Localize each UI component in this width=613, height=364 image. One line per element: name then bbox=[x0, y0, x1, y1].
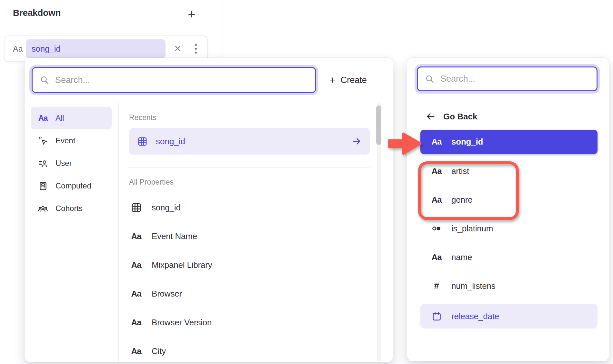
add-breakdown-button[interactable]: + bbox=[183, 6, 200, 23]
property-row-browser[interactable]: Aa Browser bbox=[129, 279, 370, 308]
category-content-divider bbox=[118, 103, 119, 362]
category-tab-all[interactable]: Aa All bbox=[31, 107, 112, 129]
property-value-panel: Go Back Aa song_id Aa artist Aa genre is… bbox=[407, 58, 609, 361]
property-search-input[interactable] bbox=[55, 75, 308, 85]
property-search-box bbox=[32, 67, 316, 93]
search-icon bbox=[425, 74, 435, 84]
property-row-mixpanel-library[interactable]: Aa Mixpanel Library bbox=[129, 251, 370, 279]
plus-icon: + bbox=[188, 7, 195, 22]
all-properties-section-header: All Properties bbox=[129, 178, 174, 187]
calendar-icon bbox=[430, 311, 443, 321]
kebab-icon bbox=[195, 44, 197, 46]
arrow-right-icon bbox=[352, 136, 361, 146]
category-tab-cohorts[interactable]: Cohorts bbox=[31, 197, 112, 220]
text-type-icon: Aa bbox=[430, 137, 443, 147]
recents-section-header: Recents bbox=[129, 113, 156, 122]
arrow-left-icon bbox=[426, 112, 436, 121]
property-picker-panel: + Create Aa All Event User Computed bbox=[25, 58, 393, 362]
text-type-icon: Aa bbox=[129, 231, 143, 241]
breakdown-chip-value[interactable]: song_id bbox=[26, 39, 166, 58]
go-back-button[interactable]: Go Back bbox=[426, 107, 477, 126]
property-row-event-name[interactable]: Aa Event Name bbox=[129, 222, 370, 251]
value-row-song-id-selected[interactable]: Aa song_id bbox=[420, 130, 598, 154]
category-sidebar: Aa All Event User Computed Cohorts bbox=[31, 107, 112, 220]
boolean-icon bbox=[430, 224, 443, 233]
chip-value-label: song_id bbox=[32, 44, 61, 54]
category-tab-user[interactable]: User bbox=[31, 152, 112, 175]
property-row-song-id[interactable]: song_id bbox=[129, 193, 370, 222]
breakdown-section-title: Breakdown bbox=[13, 8, 61, 18]
people-icon bbox=[37, 204, 48, 213]
value-row-artist[interactable]: Aa artist bbox=[420, 160, 598, 182]
text-type-icon: Aa bbox=[129, 346, 143, 356]
text-type-icon: Aa bbox=[430, 195, 443, 205]
all-properties-list: song_id Aa Event Name Aa Mixpanel Librar… bbox=[129, 193, 370, 362]
scrollbar-thumb[interactable] bbox=[376, 106, 381, 145]
value-row-name[interactable]: Aa name bbox=[420, 246, 598, 268]
property-row-city[interactable]: Aa City bbox=[129, 337, 370, 362]
remove-breakdown-button[interactable]: ✕ bbox=[174, 44, 181, 54]
breakdown-options-button[interactable] bbox=[193, 42, 199, 56]
value-row-is-platinum[interactable]: is_platinum bbox=[420, 217, 598, 240]
close-icon: ✕ bbox=[174, 44, 181, 54]
breakdown-property-picker-screen: { "colors": { "accent": "#4f44e0", "sele… bbox=[0, 0, 613, 364]
event-cursor-icon bbox=[37, 136, 48, 146]
text-type-icon: Aa bbox=[430, 252, 443, 262]
value-row-num-listens[interactable]: # num_listens bbox=[420, 275, 598, 297]
value-search-input[interactable] bbox=[440, 74, 589, 84]
grid-table-icon bbox=[129, 202, 143, 213]
search-icon bbox=[40, 75, 49, 85]
text-type-icon: Aa bbox=[129, 318, 143, 328]
property-row-browser-version[interactable]: Aa Browser Version bbox=[129, 308, 370, 337]
category-tab-event[interactable]: Event bbox=[31, 129, 112, 152]
text-type-icon: Aa bbox=[430, 166, 443, 176]
category-tab-computed[interactable]: Computed bbox=[31, 175, 112, 197]
create-property-button[interactable]: + Create bbox=[329, 67, 367, 93]
user-icon bbox=[37, 159, 48, 168]
text-type-icon: Aa bbox=[129, 289, 143, 299]
number-icon: # bbox=[430, 281, 443, 291]
background-column-divider bbox=[223, 0, 223, 59]
grid-table-icon bbox=[137, 136, 147, 147]
recent-property-song-id[interactable]: song_id bbox=[129, 128, 370, 155]
value-row-release-date[interactable]: release_date bbox=[420, 304, 598, 329]
plus-icon: + bbox=[329, 74, 336, 86]
calculator-icon bbox=[37, 181, 48, 191]
value-search-box bbox=[417, 66, 598, 91]
value-row-genre[interactable]: Aa genre bbox=[420, 188, 598, 211]
section-divider bbox=[129, 167, 370, 167]
text-type-icon: Aa bbox=[129, 260, 143, 270]
text-type-icon: Aa bbox=[13, 44, 24, 54]
text-type-icon: Aa bbox=[37, 114, 48, 123]
